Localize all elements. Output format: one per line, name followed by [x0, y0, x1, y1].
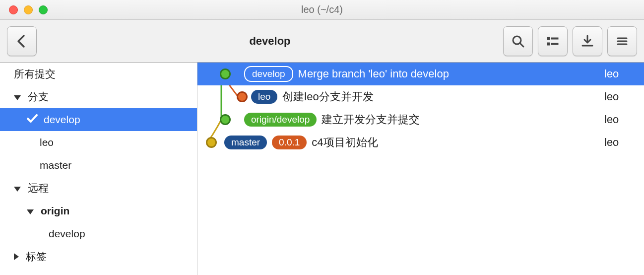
tag-badge: 0.0.1	[272, 136, 307, 149]
sidebar-remote-branch-develop[interactable]: develop	[0, 222, 197, 245]
sidebar-item-label: master	[40, 159, 71, 171]
checkmark-icon	[27, 114, 38, 126]
commit-author: leo	[604, 136, 644, 149]
triangle-down-icon	[14, 91, 21, 103]
commit-message: 创建leo分支并开发	[282, 89, 373, 104]
triangle-down-icon	[27, 205, 34, 217]
search-button[interactable]	[503, 26, 533, 56]
list-view-button[interactable]	[538, 26, 568, 56]
sidebar-item-label: develop	[44, 114, 80, 126]
commit-message: 建立开发分支并提交	[322, 112, 420, 127]
sidebar-all-commits[interactable]: 所有提交	[0, 63, 197, 85]
svg-rect-1	[547, 37, 550, 40]
graph-cell	[201, 108, 244, 131]
sidebar-item-label: 所有提交	[14, 67, 56, 81]
commit-node-icon	[206, 137, 217, 148]
hamburger-icon	[615, 34, 629, 48]
commit-author: leo	[604, 68, 644, 80]
commit-row[interactable]: leo 创建leo分支并开发 leo	[197, 85, 644, 108]
commit-list: develop Merge branch 'leo' into develop …	[197, 63, 644, 275]
ref-badge: leo	[251, 90, 277, 104]
sidebar-item-label: origin	[41, 205, 69, 217]
toolbar-title: develop	[37, 35, 503, 48]
window-title: leo (~/c4)	[0, 4, 644, 15]
titlebar: leo (~/c4)	[0, 0, 644, 20]
list-icon	[546, 34, 560, 48]
graph-cell	[201, 85, 244, 108]
sidebar-section-label: 远程	[28, 181, 49, 195]
sidebar-branch-develop[interactable]: develop	[0, 108, 197, 131]
commit-author: leo	[604, 113, 644, 126]
sidebar-section-label: 分支	[28, 90, 49, 104]
commit-node-icon	[220, 114, 231, 125]
sidebar-section-label: 标签	[26, 250, 47, 264]
triangle-down-icon	[14, 182, 21, 194]
commit-row[interactable]: master 0.0.1 c4项目初始化 leo	[197, 131, 644, 154]
commit-message: c4项目初始化	[312, 135, 378, 150]
sidebar-item-label: develop	[49, 228, 85, 240]
commit-node-icon	[220, 69, 231, 79]
graph-cell	[201, 131, 244, 154]
sidebar-branch-leo[interactable]: leo	[0, 131, 197, 154]
sidebar-branch-master[interactable]: master	[0, 154, 197, 177]
download-button[interactable]	[573, 26, 602, 56]
commit-message: Merge branch 'leo' into develop	[298, 68, 449, 80]
ref-badge: develop	[244, 66, 293, 82]
commit-author: leo	[604, 90, 644, 103]
triangle-right-icon	[14, 251, 19, 263]
sidebar-section-remotes[interactable]: 远程	[0, 177, 197, 200]
sidebar: 所有提交 分支 develop leo master 远程	[0, 63, 197, 275]
svg-rect-2	[551, 38, 558, 39]
svg-rect-3	[547, 43, 550, 45]
ref-badge: origin/develop	[244, 113, 317, 127]
content: 所有提交 分支 develop leo master 远程	[0, 63, 644, 275]
search-icon	[511, 34, 525, 48]
sidebar-section-branches[interactable]: 分支	[0, 85, 197, 108]
chevron-left-icon	[16, 34, 27, 48]
graph-cell	[201, 63, 244, 85]
commit-node-icon	[237, 91, 248, 102]
commit-row[interactable]: origin/develop 建立开发分支并提交 leo	[197, 108, 644, 131]
menu-button[interactable]	[607, 26, 637, 56]
download-icon	[580, 34, 594, 48]
commit-row[interactable]: develop Merge branch 'leo' into develop …	[197, 63, 644, 85]
toolbar: develop	[0, 20, 644, 63]
svg-rect-4	[551, 43, 558, 45]
sidebar-item-label: leo	[40, 137, 54, 148]
sidebar-section-tags[interactable]: 标签	[0, 245, 197, 268]
sidebar-remote-origin[interactable]: origin	[0, 200, 197, 222]
back-button[interactable]	[7, 26, 37, 56]
